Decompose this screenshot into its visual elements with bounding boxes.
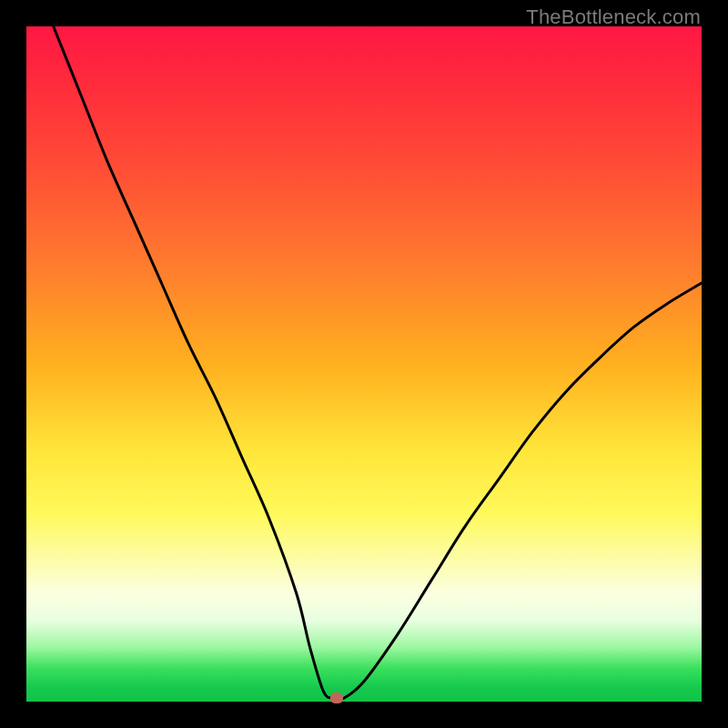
plot-area — [26, 26, 702, 702]
chart-frame: TheBottleneck.com — [0, 0, 728, 728]
bottleneck-curve — [26, 26, 702, 702]
optimum-marker — [330, 693, 343, 703]
watermark-text: TheBottleneck.com — [526, 5, 701, 29]
